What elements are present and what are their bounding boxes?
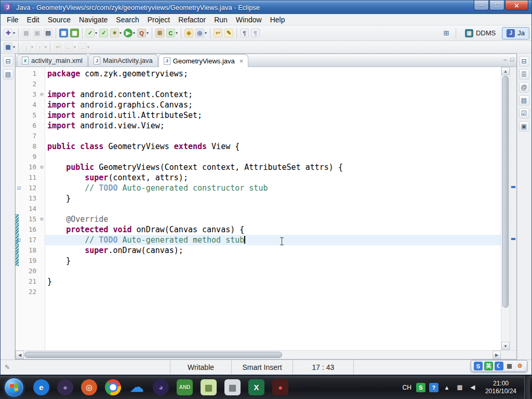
purple-app-icon[interactable]: ◕ (153, 379, 169, 395)
code-line[interactable]: 15⊖ @Override (16, 214, 501, 224)
scroll-right-arrow[interactable]: ▶ (493, 351, 501, 359)
package-explorer-icon[interactable]: ▤ (3, 69, 14, 79)
perspective-java[interactable]: JJa (502, 27, 529, 39)
code-line[interactable]: 21} (16, 276, 501, 287)
android-avd-manager-button[interactable]: ▦ (69, 27, 80, 39)
notepad-gray-icon[interactable]: ▤ (224, 379, 241, 395)
start-button[interactable] (4, 378, 24, 397)
code-text[interactable]: } (45, 256, 501, 266)
outline-icon[interactable]: ☰ (519, 69, 529, 79)
menu-run[interactable]: Run (210, 15, 232, 25)
code-line[interactable]: ☑12 // TODO Auto-generated constructor s… (16, 183, 501, 193)
code-line[interactable]: ☑17 // TODO Auto-generated method stub (16, 235, 501, 245)
code-text[interactable]: public class GeometryViews extends View … (45, 141, 501, 152)
restore-outline-icon[interactable]: ⊟ (519, 56, 529, 66)
code-editor[interactable]: 1package com.zyk.geometryviews;23⊖import… (16, 67, 501, 350)
tray-clock[interactable]: 21:00 2016/10/24 (482, 380, 520, 395)
last-edit-location-button[interactable]: ↩ (212, 27, 223, 39)
hidden-icons-arrow[interactable]: ▲ (442, 383, 451, 392)
run-button-dropdown-arrow[interactable]: ▾ (133, 31, 135, 35)
code-line[interactable]: 18 super.onDraw(canvas); (16, 245, 501, 256)
code-line[interactable]: 3⊖import android.content.Context; (16, 89, 501, 100)
code-text[interactable]: // TODO Auto-generated constructor stub (45, 183, 501, 193)
chrome-icon[interactable] (105, 379, 121, 395)
maximize-button[interactable]: □ (489, 1, 504, 10)
dark-browser-icon[interactable]: ● (57, 379, 73, 395)
internet-explorer-icon[interactable]: e (33, 379, 49, 395)
android-emulator-icon[interactable]: AND (177, 379, 193, 395)
overview-mark[interactable] (511, 238, 515, 240)
show-desktop-button[interactable] (524, 376, 530, 399)
code-line[interactable]: 10⊖ public GeometryViews(Context context… (16, 162, 501, 172)
fold-collapse-icon[interactable]: ⊖ (38, 162, 45, 172)
javadoc-icon[interactable]: @ (519, 82, 529, 92)
code-text[interactable]: super.onDraw(canvas); (45, 245, 501, 256)
excel-icon[interactable]: X (248, 379, 264, 395)
tab-close-icon[interactable]: × (240, 58, 244, 64)
orange-ring-app-icon[interactable]: ◎ (81, 379, 97, 395)
new-class-button-dropdown-arrow[interactable]: ▾ (176, 31, 178, 35)
code-text[interactable]: protected void onDraw(Canvas canvas) { (45, 224, 501, 235)
debug-button[interactable]: ✶▾ (109, 27, 123, 39)
vertical-scroll-track[interactable] (501, 75, 510, 342)
code-text[interactable]: @Override (45, 214, 501, 224)
ime-moon-icon[interactable]: ☾ (495, 362, 503, 370)
code-text[interactable] (45, 287, 501, 297)
code-line[interactable]: 11 super(context, attrs); (16, 172, 501, 183)
perspective-ddms[interactable]: ▥DDMS (460, 27, 500, 39)
code-text[interactable]: // TODO Auto-generated method stub (45, 235, 501, 245)
network-tray-icon[interactable]: ▥ (455, 383, 464, 392)
horizontal-scroll-thumb[interactable] (24, 352, 282, 358)
menu-source[interactable]: Source (44, 15, 75, 25)
minimize-editor-icon[interactable]: – (503, 57, 507, 62)
language-indicator[interactable]: CH (403, 384, 411, 391)
code-text[interactable] (45, 79, 501, 89)
new-wizard-button-dropdown-arrow[interactable]: ▾ (13, 31, 15, 35)
ime-tray-icon[interactable]: S (416, 383, 425, 392)
junit-button[interactable]: ✓ (98, 27, 109, 39)
android-sdk-manager-button[interactable]: ▦ (58, 27, 69, 39)
code-line[interactable]: 16 protected void onDraw(Canvas canvas) … (16, 224, 501, 235)
tasks-icon[interactable]: ☑ (519, 108, 529, 118)
run-history-button-dropdown-arrow[interactable]: ▾ (95, 31, 97, 35)
code-text[interactable] (45, 131, 501, 141)
vertical-scrollbar[interactable]: ▲ ▼ (501, 67, 510, 350)
cloud-app-icon[interactable]: ☁ (129, 379, 145, 395)
menu-edit[interactable]: Edit (23, 15, 44, 25)
ime-language-icon[interactable]: 英 (484, 362, 493, 370)
block-selection-button[interactable]: ¶ (250, 27, 261, 39)
code-line[interactable]: 9 (16, 152, 501, 162)
tab-mainactivity-java[interactable]: JMainActivity.java (88, 54, 158, 66)
code-line[interactable]: 20 (16, 266, 501, 276)
code-text[interactable]: } (45, 276, 501, 287)
code-text[interactable]: super(context, attrs); (45, 172, 501, 183)
horizontal-scrollbar[interactable]: ◀ ▶ (16, 350, 516, 359)
menu-refactor[interactable]: Refactor (174, 15, 210, 25)
code-line[interactable]: 2 (16, 79, 501, 89)
code-text[interactable]: import android.util.AttributeSet; (45, 110, 501, 121)
scroll-up-arrow[interactable]: ▲ (501, 67, 510, 75)
minimize-button[interactable]: – (474, 1, 489, 10)
coverage-button[interactable]: Q▾ (136, 27, 150, 39)
task-marker-icon[interactable]: ☑ (17, 236, 21, 243)
code-text[interactable] (45, 266, 501, 276)
code-text[interactable] (45, 152, 501, 162)
open-perspective-icon[interactable]: ⊞ (441, 28, 451, 38)
menu-window[interactable]: Window (232, 15, 266, 25)
menu-file[interactable]: File (3, 15, 23, 25)
code-text[interactable]: import android.view.View; (45, 121, 501, 131)
code-line[interactable]: 1package com.zyk.geometryviews; (16, 69, 501, 79)
code-text[interactable]: } (45, 193, 501, 204)
code-text[interactable] (45, 204, 501, 214)
screen-recorder-icon[interactable]: ● (272, 379, 288, 395)
task-marker-icon[interactable]: ☑ (17, 184, 21, 191)
new-wizard-button[interactable]: ✚▾ (3, 27, 16, 39)
code-line[interactable]: 8public class GeometryViews extends View… (16, 141, 501, 152)
menu-project[interactable]: Project (143, 15, 175, 25)
declaration-icon[interactable]: ▤ (519, 95, 529, 105)
fold-collapse-icon[interactable]: ⊖ (38, 89, 45, 100)
code-line[interactable]: 14 (16, 204, 501, 214)
horizontal-scroll-track[interactable] (24, 351, 493, 359)
code-line[interactable]: 13 } (16, 193, 501, 204)
mark-occurrences-button[interactable]: ✎ (223, 27, 234, 39)
